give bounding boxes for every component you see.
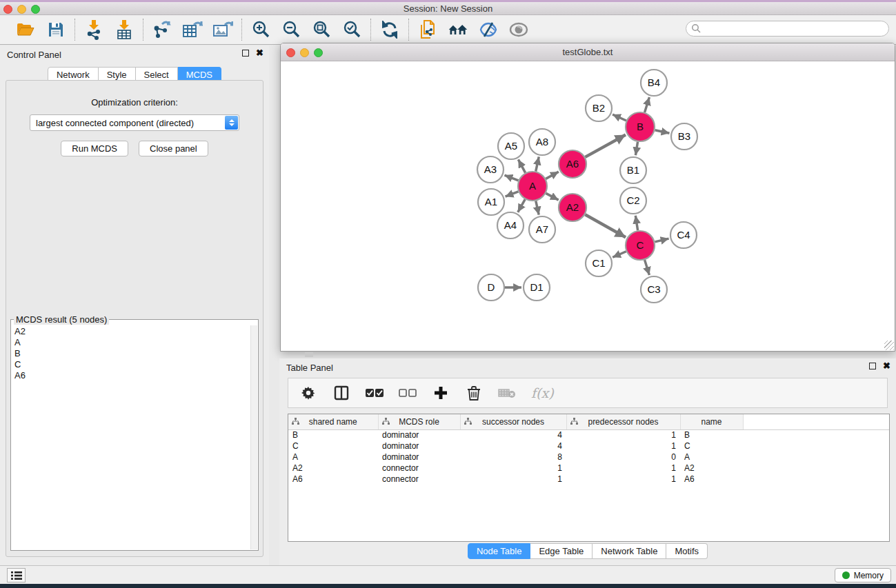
run-mcds-button[interactable]: Run MCDS bbox=[61, 141, 128, 156]
graph-edge-A-A3[interactable] bbox=[504, 175, 518, 181]
graph-node-label-B: B bbox=[637, 121, 644, 132]
cell-predecessor-nodes: 1 bbox=[566, 440, 680, 452]
graph-edge-A2-C[interactable] bbox=[585, 214, 626, 237]
apply-function-icon[interactable]: f(x) bbox=[531, 385, 554, 401]
network-window-titlebar[interactable]: testGlobe.txt bbox=[281, 43, 895, 61]
float-panel-icon[interactable] bbox=[242, 50, 249, 57]
delete-column-icon[interactable] bbox=[465, 384, 483, 402]
task-history-button[interactable] bbox=[7, 568, 26, 582]
deselect-all-icon[interactable] bbox=[399, 384, 417, 402]
cell-shared-name: A bbox=[288, 452, 378, 463]
graph-edge-C-C1[interactable] bbox=[613, 252, 626, 258]
network-minimize-button[interactable] bbox=[300, 48, 309, 57]
refresh-view-icon[interactable] bbox=[379, 19, 400, 40]
column-header-shared-name[interactable]: shared name bbox=[288, 414, 378, 429]
mcds-result-item[interactable]: B bbox=[12, 348, 250, 359]
column-type-icon bbox=[570, 418, 578, 427]
network-close-button[interactable] bbox=[286, 48, 295, 57]
optimization-criterion-label: Optimization criterion: bbox=[6, 97, 263, 108]
graph-edge-B-B1[interactable] bbox=[635, 142, 637, 156]
graph-edge-A-A5[interactable] bbox=[518, 159, 525, 172]
mcds-result-item[interactable]: A2 bbox=[12, 326, 250, 337]
save-session-icon[interactable] bbox=[46, 19, 66, 40]
copy-network-icon[interactable] bbox=[417, 19, 438, 40]
zoom-out-icon[interactable] bbox=[281, 19, 301, 40]
mcds-result-item[interactable]: C bbox=[12, 359, 250, 370]
graph-edge-C-C3[interactable] bbox=[645, 260, 650, 275]
table-float-panel-icon[interactable] bbox=[869, 363, 876, 369]
graph-edge-A-A6[interactable] bbox=[546, 172, 559, 179]
table-close-panel-icon[interactable]: ✖ bbox=[883, 363, 890, 369]
table-settings-icon[interactable] bbox=[299, 384, 317, 402]
table-row[interactable]: Cdominator41C bbox=[288, 440, 889, 452]
graph-node-label-A2: A2 bbox=[566, 201, 579, 213]
node-table: shared nameMCDS rolesuccessor nodesprede… bbox=[288, 414, 890, 542]
tab-network-table[interactable]: Network Table bbox=[593, 543, 666, 559]
column-header-successor-nodes[interactable]: successor nodes bbox=[460, 414, 566, 429]
table-row[interactable]: A6connector11A6 bbox=[288, 474, 889, 485]
table-row[interactable]: Bdominator41B bbox=[288, 429, 889, 440]
graph-node-label-C1: C1 bbox=[592, 257, 605, 269]
graph-edge-B-B3[interactable] bbox=[655, 130, 669, 134]
graph-node-label-D1: D1 bbox=[530, 281, 543, 293]
open-file-icon[interactable] bbox=[15, 19, 36, 40]
table-row[interactable]: Adominator80A bbox=[288, 452, 889, 463]
cell-shared-name: C bbox=[288, 440, 378, 452]
export-table-icon[interactable] bbox=[182, 19, 203, 40]
main-toolbar bbox=[0, 15, 896, 45]
network-overview-icon[interactable] bbox=[448, 19, 468, 40]
graph-node-label-A4: A4 bbox=[504, 219, 517, 231]
import-table-icon[interactable] bbox=[114, 19, 135, 40]
graph-edge-A-A7[interactable] bbox=[536, 201, 539, 214]
window-resize-grip[interactable] bbox=[884, 341, 894, 350]
import-network-icon[interactable] bbox=[83, 19, 104, 40]
graph-edge-A-A8[interactable] bbox=[536, 156, 539, 171]
table-row[interactable]: A2connector11A2 bbox=[288, 463, 889, 474]
export-network-icon[interactable] bbox=[152, 19, 172, 40]
table-toolbar: f(x) bbox=[288, 378, 888, 408]
graph-node-label-A1: A1 bbox=[485, 196, 497, 207]
mcds-list-scrollbar[interactable] bbox=[250, 325, 257, 549]
cell-filler bbox=[743, 429, 889, 440]
cell-name: B bbox=[680, 429, 743, 440]
memory-button[interactable]: Memory bbox=[835, 568, 891, 582]
tab-edge-table[interactable]: Edge Table bbox=[530, 543, 593, 559]
close-panel-icon[interactable]: ✖ bbox=[256, 50, 263, 57]
search-field-container bbox=[686, 21, 889, 37]
column-header-name[interactable]: name bbox=[680, 414, 743, 429]
cell-filler bbox=[743, 463, 889, 474]
export-image-icon[interactable] bbox=[212, 19, 233, 40]
clear-table-icon[interactable] bbox=[498, 384, 516, 402]
mcds-result-item[interactable]: A bbox=[12, 337, 250, 348]
search-input[interactable] bbox=[686, 21, 889, 37]
graph-edge-B-B4[interactable] bbox=[645, 97, 650, 112]
show-columns-icon[interactable] bbox=[332, 384, 350, 402]
tab-node-table[interactable]: Node Table bbox=[468, 543, 531, 559]
graph-edge-A6-B[interactable] bbox=[585, 135, 626, 157]
hide-graphics-details-icon[interactable] bbox=[478, 19, 499, 40]
zoom-selected-icon[interactable] bbox=[341, 19, 362, 40]
network-hscroll-nub[interactable] bbox=[305, 352, 313, 357]
add-column-icon[interactable] bbox=[432, 384, 450, 402]
graph-edge-C-C2[interactable] bbox=[635, 216, 637, 231]
graph-edge-A-A4[interactable] bbox=[518, 199, 525, 212]
zoom-fit-icon[interactable] bbox=[311, 19, 332, 40]
show-graphics-details-icon[interactable] bbox=[508, 19, 529, 40]
network-graph: B4B2BB3A5A8A6A3B1AC2A1A2A4A7C4CC1DD1C3 bbox=[281, 61, 895, 351]
criterion-dropdown[interactable]: largest connected component (directed) bbox=[30, 114, 239, 131]
tab-motifs[interactable]: Motifs bbox=[666, 543, 708, 559]
mcds-result-item[interactable]: A6 bbox=[12, 370, 250, 381]
column-header-predecessor-nodes[interactable]: predecessor nodes bbox=[566, 414, 680, 429]
network-canvas[interactable]: B4B2BB3A5A8A6A3B1AC2A1A2A4A7C4CC1DD1C3 bbox=[281, 61, 895, 351]
graph-node-label-A5: A5 bbox=[505, 140, 517, 152]
graph-edge-A-A1[interactable] bbox=[506, 192, 519, 196]
graph-edge-A-A2[interactable] bbox=[546, 193, 558, 200]
network-maximize-button[interactable] bbox=[314, 48, 323, 57]
close-panel-button[interactable]: Close panel bbox=[139, 141, 208, 156]
column-header-MCDS-role[interactable]: MCDS role bbox=[378, 414, 460, 429]
graph-edge-B-B2[interactable] bbox=[613, 114, 626, 121]
graph-node-label-C2: C2 bbox=[626, 194, 639, 206]
select-all-icon[interactable] bbox=[366, 384, 384, 402]
zoom-in-icon[interactable] bbox=[250, 19, 271, 40]
graph-edge-C-C4[interactable] bbox=[655, 239, 668, 242]
